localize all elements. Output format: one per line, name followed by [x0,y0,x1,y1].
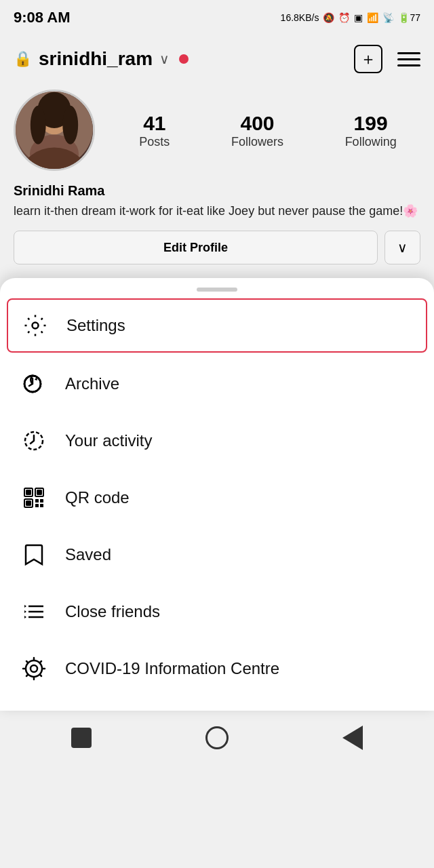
menu-item-settings[interactable]: Settings [7,298,427,353]
followers-stat[interactable]: 400 Followers [231,112,283,149]
settings-label: Settings [66,316,125,335]
svg-point-5 [31,106,46,144]
closefriends-label: Close friends [65,602,160,621]
svg-marker-24 [24,605,26,608]
profile-top: 41 Posts 400 Followers 199 Following [14,90,420,171]
header-left: 🔒 srinidhi_ram ∨ [14,48,189,70]
screen-icon: ▣ [354,12,363,23]
chevron-right-icon: ∨ [397,240,408,255]
menu-item-saved[interactable]: Saved [0,526,434,583]
activity-icon [20,427,47,454]
wifi-icon: 📡 [382,12,394,23]
status-time: 9:08 AM [14,9,71,26]
square-icon [71,728,92,748]
status-icons: 16.8KB/s 🔕 ⏰ ▣ 📶 📡 🔋77 [281,12,420,23]
qrcode-label: QR code [65,488,130,507]
network-speed: 16.8KB/s [281,12,319,23]
svg-point-28 [31,665,37,672]
posts-count: 41 [139,112,170,135]
mute-icon: 🔕 [323,12,334,23]
alarm-icon: ⏰ [338,12,350,23]
closefriends-icon [20,598,47,625]
notification-dot [179,54,189,64]
settings-icon [22,312,49,339]
profile-display-name: Srinidhi Rama [14,183,420,199]
svg-rect-14 [26,501,31,505]
svg-marker-25 [24,610,26,613]
lock-icon: 🔒 [14,50,32,68]
archive-icon [20,370,47,397]
avatar[interactable] [14,90,95,171]
menu-item-covid[interactable]: COVID-19 Information Centre [0,640,434,697]
following-stat[interactable]: 199 Following [345,112,397,149]
bottom-nav [0,711,434,765]
menu-item-archive[interactable]: Archive [0,355,434,412]
suggestions-button[interactable]: ∨ [384,231,420,264]
chevron-down-icon[interactable]: ∨ [159,51,170,67]
svg-point-6 [62,106,78,144]
menu-item-closefriends[interactable]: Close friends [0,583,434,640]
svg-rect-17 [35,499,39,502]
bottom-sheet: Settings Archive [0,278,434,711]
circle-icon [205,726,229,749]
svg-rect-19 [35,504,39,507]
posts-stat[interactable]: 41 Posts [139,112,170,149]
nav-recent-button[interactable] [338,723,368,753]
signal-icon: 📶 [367,12,378,23]
battery: 🔋77 [398,12,420,23]
covid-icon [20,655,47,682]
archive-label: Archive [65,374,119,393]
sheet-handle [0,278,434,296]
menu-item-activity[interactable]: Your activity [0,412,434,469]
activity-label: Your activity [65,431,153,450]
covid-label: COVID-19 Information Centre [65,659,279,678]
svg-point-7 [33,323,39,329]
followers-label: Followers [231,135,283,149]
following-count: 199 [345,112,397,135]
edit-profile-button[interactable]: Edit Profile [14,231,378,264]
nav-back-button[interactable] [66,723,96,753]
svg-rect-16 [37,490,41,494]
svg-rect-12 [26,490,31,494]
svg-rect-20 [40,504,43,507]
header-right: ＋ [354,45,420,73]
avatar-image [16,92,93,169]
saved-label: Saved [65,545,111,564]
triangle-icon [342,726,363,750]
username-label: srinidhi_ram [39,48,153,70]
qrcode-icon [20,484,47,511]
add-button[interactable]: ＋ [354,45,382,73]
menu-item-qrcode[interactable]: QR code [0,469,434,526]
nav-home-button[interactable] [202,723,232,753]
followers-count: 400 [231,112,283,135]
menu-button[interactable] [397,52,420,66]
stats-row: 41 Posts 400 Followers 199 Following [115,112,420,149]
plus-icon: ＋ [360,48,376,70]
bottom-sheet-overlay: Settings Archive [0,278,434,711]
edit-profile-row: Edit Profile ∨ [14,231,420,264]
status-bar: 9:08 AM 16.8KB/s 🔕 ⏰ ▣ 📶 📡 🔋77 [0,0,434,35]
profile-bio: learn it-then dream it-work for it-eat l… [14,203,420,220]
ig-header: 🔒 srinidhi_ram ∨ ＋ [0,35,434,83]
saved-icon [20,541,47,568]
svg-marker-26 [24,616,26,618]
profile-section: 41 Posts 400 Followers 199 Following Sri… [0,83,434,278]
handle-bar [197,288,237,292]
svg-rect-18 [40,499,43,502]
posts-label: Posts [139,135,170,149]
following-label: Following [345,135,397,149]
